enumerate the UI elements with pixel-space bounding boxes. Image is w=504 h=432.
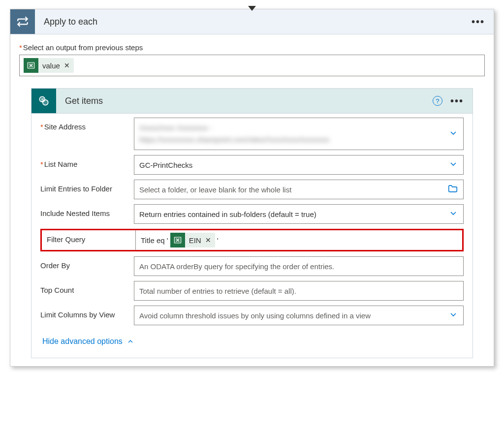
help-icon[interactable]: ? <box>433 96 442 106</box>
list-name-value: GC-PrintChecks <box>139 161 192 169</box>
apply-to-each-title: Apply to each <box>35 17 472 27</box>
include-nested-input[interactable]: Return entries contained in sub-folders … <box>134 204 464 224</box>
filter-query-input[interactable]: Title eq ' EIN ✕ ' <box>135 230 462 250</box>
chevron-down-icon[interactable] <box>448 310 458 321</box>
excel-icon <box>24 58 38 73</box>
site-address-row: Site Address XxxxxXxxx Xxxxxxxx - https:… <box>40 118 464 150</box>
limit-folder-row: Limit Entries to Folder Select a folder,… <box>40 180 464 199</box>
filter-query-suffix: ' <box>217 236 219 245</box>
limit-columns-placeholder: Avoid column threshold issues by only us… <box>139 311 371 320</box>
more-icon[interactable]: ••• <box>472 16 485 28</box>
chevron-up-icon <box>126 338 134 345</box>
limit-columns-row: Limit Columns by View Avoid column thres… <box>40 306 464 325</box>
limit-folder-input[interactable]: Select a folder, or leave blank for the … <box>134 180 464 199</box>
include-nested-value: Return entries contained in sub-folders … <box>139 210 316 218</box>
folder-icon[interactable] <box>447 184 458 196</box>
chevron-down-icon[interactable] <box>448 209 458 220</box>
apply-to-each-card: Apply to each ••• Select an output from … <box>10 9 494 367</box>
remove-token-icon[interactable]: ✕ <box>64 62 70 69</box>
apply-to-each-header[interactable]: Apply to each ••• <box>10 9 494 34</box>
apply-to-each-body: Select an output from previous steps val… <box>10 34 494 366</box>
remove-token-icon[interactable]: ✕ <box>205 236 211 244</box>
token-label: EIN <box>189 236 201 245</box>
more-icon[interactable]: ••• <box>450 95 464 107</box>
excel-icon <box>170 233 185 247</box>
select-output-input[interactable]: value ✕ <box>19 55 485 76</box>
hide-advanced-label: Hide advanced options <box>42 337 123 346</box>
value-token[interactable]: value ✕ <box>24 58 74 73</box>
chevron-down-icon[interactable] <box>448 159 458 171</box>
top-count-placeholder: Total number of entries to retrieve (def… <box>139 287 296 295</box>
loop-icon <box>10 9 35 34</box>
select-output-label: Select an output from previous steps <box>19 43 485 52</box>
top-count-row: Top Count Total number of entries to ret… <box>40 281 464 301</box>
get-items-title: Get items <box>56 96 433 106</box>
chevron-down-icon[interactable] <box>448 128 458 140</box>
get-items-card: S Get items ? ••• Site Address XxxxxXxxx… <box>31 88 473 358</box>
svg-text:S: S <box>41 97 45 102</box>
list-name-row: List Name GC-PrintChecks <box>40 155 464 175</box>
filter-query-row: Filter Query Title eq ' EIN ✕ ' <box>40 229 464 251</box>
token-label: value <box>42 62 60 70</box>
list-name-label: List Name <box>40 155 134 175</box>
get-items-header[interactable]: S Get items ? ••• <box>32 89 472 114</box>
site-address-value: XxxxxXxxx Xxxxxxxx - https://xxxxxxxxx.s… <box>139 122 329 146</box>
limit-folder-placeholder: Select a folder, or leave blank for the … <box>139 185 291 194</box>
ein-token[interactable]: EIN ✕ <box>170 233 215 247</box>
limit-columns-input[interactable]: Avoid column threshold issues by only us… <box>134 306 464 325</box>
hide-advanced-link[interactable]: Hide advanced options <box>40 330 464 356</box>
filter-query-prefix: Title eq ' <box>141 236 168 245</box>
limit-columns-label: Limit Columns by View <box>40 306 134 325</box>
include-nested-row: Include Nested Items Return entries cont… <box>40 204 464 224</box>
order-by-label: Order By <box>40 256 134 276</box>
top-count-input[interactable]: Total number of entries to retrieve (def… <box>134 281 464 301</box>
top-count-label: Top Count <box>40 281 134 301</box>
get-items-form: Site Address XxxxxXxxx Xxxxxxxx - https:… <box>32 114 472 358</box>
order-by-row: Order By An ODATA orderBy query for spec… <box>40 256 464 276</box>
order-by-input[interactable]: An ODATA orderBy query for specifying th… <box>134 256 464 276</box>
sharepoint-icon: S <box>32 89 56 113</box>
filter-query-label: Filter Query <box>42 230 135 250</box>
include-nested-label: Include Nested Items <box>40 204 134 224</box>
limit-folder-label: Limit Entries to Folder <box>40 180 134 199</box>
order-by-placeholder: An ODATA orderBy query for specifying th… <box>139 262 334 271</box>
site-address-input[interactable]: XxxxxXxxx Xxxxxxxx - https://xxxxxxxxx.s… <box>134 118 464 150</box>
site-address-label: Site Address <box>40 118 134 150</box>
list-name-input[interactable]: GC-PrintChecks <box>134 155 464 175</box>
